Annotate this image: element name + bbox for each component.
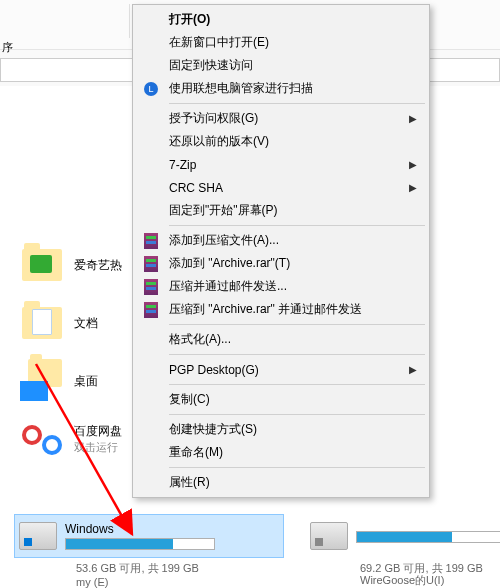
ribbon-group [0,4,130,38]
submenu-arrow-icon: ▶ [409,364,417,375]
context-menu: 打开(O) 在新窗口中打开(E) 固定到快速访问 L 使用联想电脑管家进行扫描 … [132,4,430,498]
folder-label: 桌面 [74,373,98,390]
menu-item-add-archive[interactable]: 添加到压缩文件(A)... [135,229,427,252]
menu-item-7zip[interactable]: 7-Zip▶ [135,153,427,176]
submenu-arrow-icon: ▶ [409,113,417,124]
menu-item-crc-sha[interactable]: CRC SHA▶ [135,176,427,199]
drive-item-c[interactable]: Windows [14,514,284,558]
folder-icon [20,243,64,287]
menu-item-label: 7-Zip [169,158,196,172]
menu-item-label: 创建快捷方式(S) [169,421,257,438]
submenu-arrow-icon: ▶ [409,159,417,170]
menu-item-label: 使用联想电脑管家进行扫描 [169,80,313,97]
menu-item-lenovo-scan[interactable]: L 使用联想电脑管家进行扫描 [135,77,427,100]
drive-next-label: my (E) [76,576,108,588]
drive-label: Windows [65,522,215,536]
drive-usage-bar [356,531,500,543]
desktop-icon [20,359,64,403]
winrar-icon [143,233,159,249]
ribbon-group-label: 序 [2,40,13,55]
menu-item-label: 压缩到 "Archive.rar" 并通过邮件发送 [169,301,362,318]
menu-item-label: 还原以前的版本(V) [169,133,269,150]
drive-item-d[interactable] [306,514,486,558]
folder-icon [20,301,64,345]
menu-item-pgp-desktop[interactable]: PGP Desktop(G)▶ [135,358,427,381]
menu-item-label: 授予访问权限(G) [169,110,258,127]
menu-item-label: 压缩并通过邮件发送... [169,278,287,295]
menu-item-copy[interactable]: 复制(C) [135,388,427,411]
drive-status: 53.6 GB 可用, 共 199 GB [76,561,199,576]
menu-item-label: 固定到快速访问 [169,57,253,74]
menu-item-rename[interactable]: 重命名(M) [135,441,427,464]
menu-item-pin-start[interactable]: 固定到"开始"屏幕(P) [135,199,427,222]
folder-label: 文档 [74,315,98,332]
menu-item-add-archive-named[interactable]: 添加到 "Archive.rar"(T) [135,252,427,275]
drive-next-label: WireGoose的U(I) [360,573,444,588]
menu-separator [169,225,425,226]
app-label: 百度网盘 [74,423,122,440]
menu-separator [169,354,425,355]
menu-item-label: 属性(R) [169,474,210,491]
menu-item-label: PGP Desktop(G) [169,363,259,377]
menu-separator [169,103,425,104]
lenovo-icon: L [143,81,159,97]
menu-item-label: 重命名(M) [169,444,223,461]
menu-item-compress-email[interactable]: 压缩并通过邮件发送... [135,275,427,298]
drive-usage-bar [65,538,215,550]
menu-separator [169,414,425,415]
submenu-arrow-icon: ▶ [409,182,417,193]
menu-item-label: 固定到"开始"屏幕(P) [169,202,278,219]
menu-item-create-shortcut[interactable]: 创建快捷方式(S) [135,418,427,441]
menu-item-label: 打开(O) [169,11,210,28]
menu-item-restore-previous[interactable]: 还原以前的版本(V) [135,130,427,153]
drive-icon [19,522,57,550]
drive-icon [310,522,348,550]
menu-separator [169,384,425,385]
menu-separator [169,467,425,468]
menu-item-label: CRC SHA [169,181,223,195]
winrar-icon [143,279,159,295]
menu-item-label: 添加到 "Archive.rar"(T) [169,255,290,272]
menu-item-open-new-window[interactable]: 在新窗口中打开(E) [135,31,427,54]
menu-separator [169,324,425,325]
menu-item-label: 在新窗口中打开(E) [169,34,269,51]
menu-item-open[interactable]: 打开(O) [135,8,427,31]
menu-item-properties[interactable]: 属性(R) [135,471,427,494]
app-sublabel: 双击运行 [74,440,122,455]
menu-item-label: 复制(C) [169,391,210,408]
winrar-icon [143,256,159,272]
winrar-icon [143,302,159,318]
menu-item-pin-quick-access[interactable]: 固定到快速访问 [135,54,427,77]
menu-item-label: 格式化(A)... [169,331,231,348]
menu-item-grant-access[interactable]: 授予访问权限(G)▶ [135,107,427,130]
menu-item-format[interactable]: 格式化(A)... [135,328,427,351]
menu-item-compress-named-email[interactable]: 压缩到 "Archive.rar" 并通过邮件发送 [135,298,427,321]
folder-label: 爱奇艺热 [74,257,122,274]
baidu-netdisk-icon [20,417,64,461]
menu-item-label: 添加到压缩文件(A)... [169,232,279,249]
